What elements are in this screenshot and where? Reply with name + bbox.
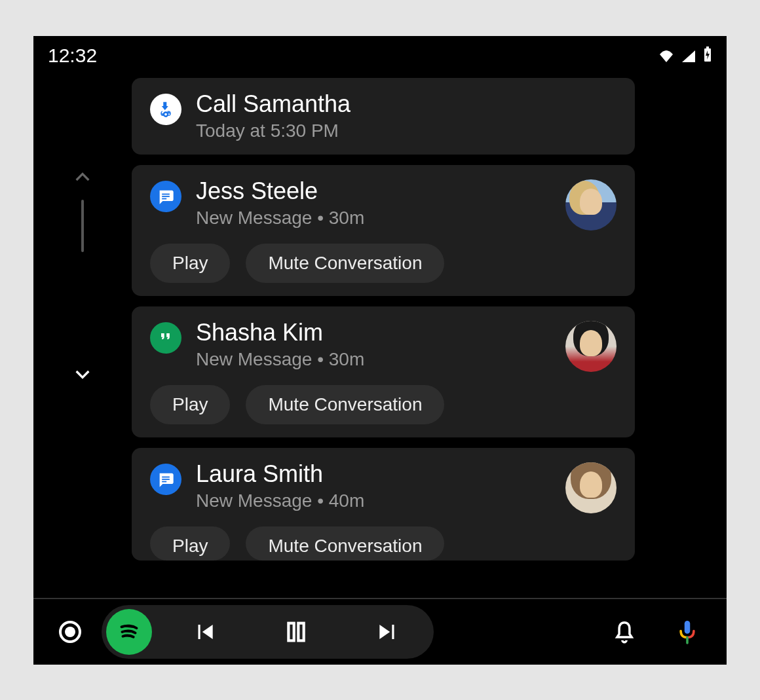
svg-rect-11 [288,623,294,640]
notification-card[interactable]: Call SamanthaToday at 5:30 PM [132,78,635,155]
spotify-icon[interactable] [106,609,152,655]
notification-card[interactable]: Jess SteeleNew Message • 30mPlayMute Con… [132,165,635,296]
notification-subtitle: New Message • 40m [196,490,551,511]
messages-icon [150,181,181,212]
svg-rect-12 [298,623,303,640]
notification-card[interactable]: Shasha KimNew Message • 30mPlayMute Conv… [132,306,635,437]
contact-avatar [565,321,617,372]
notification-subtitle: New Message • 30m [196,349,551,370]
notification-actions: PlayMute Conversation [150,244,617,283]
pause-button[interactable] [270,619,322,645]
status-icons [658,45,712,67]
reminder-icon [150,94,181,125]
media-controls [102,605,434,659]
contact-avatar [565,462,617,513]
status-bar: 12:32 [33,36,727,75]
home-button[interactable] [57,619,83,645]
notification-title: Shasha Kim [196,318,551,346]
notification-title: Jess Steele [196,177,551,205]
battery-icon [703,45,712,67]
notification-actions: PlayMute Conversation [150,385,617,424]
scroll-track [81,200,84,252]
notification-actions: PlayMute Conversation [150,526,617,561]
device-screen: 12:32 Call SamanthaToday at 5:3 [33,36,727,665]
notification-title: Laura Smith [196,460,551,488]
mute-button[interactable]: Mute Conversation [246,244,444,283]
status-time: 12:32 [48,45,97,67]
notification-list: Call SamanthaToday at 5:30 PMJess Steele… [132,75,727,599]
scroll-indicator [33,75,132,599]
svg-point-2 [164,112,168,116]
messages-icon [150,464,181,495]
svg-rect-1 [706,46,709,48]
play-button[interactable]: Play [150,244,230,283]
next-track-button[interactable] [362,619,414,644]
scroll-down-button[interactable] [72,363,93,384]
svg-point-10 [65,627,75,637]
content-area: Call SamanthaToday at 5:30 PMJess Steele… [33,75,727,599]
mute-button[interactable]: Mute Conversation [246,385,444,424]
notification-subtitle: Today at 5:30 PM [196,120,617,141]
voice-button[interactable] [672,616,703,648]
previous-track-button[interactable] [178,619,231,644]
notification-subtitle: New Message • 30m [196,208,551,229]
contact-avatar [565,179,617,230]
scroll-up-button[interactable] [72,167,93,188]
notifications-button[interactable] [609,616,640,648]
play-button[interactable]: Play [150,385,230,424]
wifi-icon [658,45,674,67]
mute-button[interactable]: Mute Conversation [246,526,444,561]
signal-icon [681,45,696,67]
notification-title: Call Samantha [196,90,617,118]
nav-bar [33,599,727,665]
hangouts-icon [150,322,181,354]
svg-rect-13 [685,621,691,634]
notification-card[interactable]: Laura SmithNew Message • 40mPlayMute Con… [132,448,635,561]
play-button[interactable]: Play [150,526,230,561]
